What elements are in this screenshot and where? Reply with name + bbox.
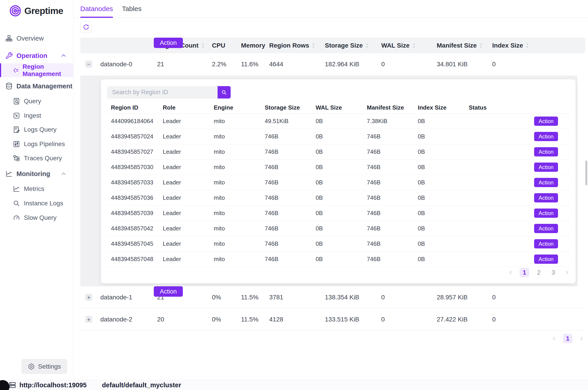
pagination-next-icon[interactable] — [563, 269, 571, 276]
region-cell-wal-size: 0B — [316, 148, 367, 155]
metrics-chart-icon — [13, 185, 20, 193]
region-action-button[interactable]: Action — [534, 193, 558, 202]
datanode-action-button[interactable]: Action — [154, 286, 183, 297]
region-table-row: 4483945857045Leadermito746B0B746B0BActio… — [107, 236, 570, 251]
sort-icon[interactable] — [412, 43, 416, 49]
region-cell-action: Action — [534, 193, 570, 202]
sidebar-item-instance-logs[interactable]: Instance Logs — [13, 198, 63, 208]
region-cell-action: Action — [534, 132, 570, 141]
header-region-rows[interactable]: Region Rows — [269, 42, 325, 49]
chevron-up-icon[interactable] — [60, 83, 67, 90]
region-action-button[interactable]: Action — [534, 147, 558, 156]
database-icon — [5, 82, 13, 90]
region-panel-card: Region ID Role Engine Storage Size WAL S… — [101, 79, 576, 283]
header-index-size[interactable]: Index Size — [492, 42, 548, 49]
tab-tables[interactable]: Tables — [122, 0, 142, 18]
chevron-up-icon[interactable] — [60, 52, 67, 59]
region-action-button[interactable]: Action — [534, 208, 558, 218]
refresh-button[interactable] — [80, 21, 92, 33]
tab-datanodes[interactable]: Datanodes — [80, 0, 113, 18]
region-cell-manifest-size: 7.38KiB — [367, 118, 418, 125]
cell-storage-size: 138.354 KiB — [325, 294, 381, 301]
expand-row-button[interactable]: + — [85, 316, 92, 323]
region-action-button[interactable]: Action — [534, 178, 558, 187]
chevron-up-icon[interactable] — [60, 170, 67, 177]
region-cell-engine: mito — [214, 133, 265, 140]
region-cell-index-size: 0B — [418, 240, 469, 247]
header-wal-size: WAL Size — [316, 104, 367, 111]
corner-floating-button[interactable] — [0, 380, 9, 390]
cluster-name[interactable]: default/default_mycluster — [102, 382, 181, 389]
monitoring-chart-icon — [5, 170, 13, 178]
pagination-prev-icon[interactable] — [550, 335, 558, 342]
sort-icon[interactable] — [525, 43, 530, 49]
header-role: Role — [163, 104, 214, 111]
region-cell-role: Leader — [163, 225, 214, 232]
sidebar-item-overview[interactable]: Overview — [5, 33, 44, 43]
expand-row-button[interactable]: + — [85, 294, 92, 301]
sidebar-item-query[interactable]: Query — [13, 96, 41, 106]
scrollbar-thumb[interactable] — [585, 160, 587, 185]
cell-memory: 11.5% — [241, 316, 269, 323]
pagination-prev-icon[interactable] — [507, 269, 515, 276]
sort-icon[interactable] — [201, 43, 205, 49]
region-action-button[interactable]: Action — [534, 254, 558, 264]
region-cell-role: Leader — [163, 179, 214, 186]
region-cell-action: Action — [534, 254, 570, 264]
region-table-row: 4483945857024Leadermito746B0B746B0BActio… — [107, 129, 570, 144]
brand-logo[interactable]: Greptime — [9, 4, 63, 17]
region-cell-manifest-size: 746B — [367, 148, 418, 155]
datanode-action-button[interactable]: Action — [154, 38, 183, 48]
cell-region-count: 20 — [157, 316, 212, 323]
cell-manifest-size: 28.957 KiB — [437, 294, 492, 301]
sidebar-group-monitoring[interactable]: Monitoring — [5, 169, 50, 179]
region-table-row: 4483945857036Leadermito746B0B746B0BActio… — [107, 190, 570, 206]
region-cell-role: Leader — [163, 256, 214, 263]
settings-button[interactable]: Settings — [21, 359, 67, 374]
expanded-region-zone: Region ID Role Engine Storage Size WAL S… — [80, 76, 577, 286]
region-action-button[interactable]: Action — [534, 162, 558, 172]
sidebar-group-operation[interactable]: Operation — [5, 51, 47, 61]
sidebar-item-traces-query[interactable]: Traces Query — [13, 153, 62, 163]
pagination-next-icon[interactable] — [577, 335, 585, 342]
cell-storage-size: 182.964 KiB — [325, 61, 381, 68]
header-manifest-size[interactable]: Manifest Size — [437, 42, 492, 49]
region-pagination: 1 2 3 — [507, 268, 571, 277]
pagination-page-1[interactable]: 1 — [520, 268, 529, 277]
sidebar-item-logs-query[interactable]: Logs Query — [13, 125, 57, 135]
region-action-button[interactable]: Action — [534, 132, 558, 141]
sidebar-item-slow-query[interactable]: Slow Query — [13, 213, 57, 223]
sidebar-item-logs-pipelines[interactable]: Logs Pipelines — [13, 139, 65, 149]
sort-icon[interactable] — [479, 43, 483, 49]
region-cell-wal-size: 0B — [316, 118, 367, 125]
region-cell-role: Leader — [163, 164, 214, 171]
sidebar-item-label: Instance Logs — [24, 200, 63, 207]
header-wal-size[interactable]: WAL Size — [381, 42, 437, 49]
cell-wal-size: 0 — [381, 316, 437, 323]
region-table-header: Region ID Role Engine Storage Size WAL S… — [107, 102, 570, 114]
region-search-input[interactable] — [107, 86, 218, 98]
collapse-row-button[interactable]: − — [85, 61, 92, 68]
header-storage-size[interactable]: Storage Size — [325, 42, 381, 49]
region-action-button[interactable]: Action — [534, 224, 558, 233]
sidebar-item-ingest[interactable]: Ingest — [13, 111, 41, 121]
tab-bar: Datanodes Tables — [74, 0, 588, 18]
region-cell-role: Leader — [163, 210, 214, 217]
cell-manifest-size: 34.801 KiB — [437, 61, 492, 68]
sidebar-item-metrics[interactable]: Metrics — [13, 184, 44, 194]
region-cell-wal-size: 0B — [316, 194, 367, 201]
sort-icon[interactable] — [311, 43, 316, 49]
pagination-page-2[interactable]: 2 — [534, 268, 543, 277]
pagination-page-3[interactable]: 3 — [548, 268, 558, 277]
region-action-button[interactable]: Action — [534, 239, 558, 248]
region-search-button[interactable] — [218, 86, 231, 98]
pagination-page-1[interactable]: 1 — [563, 334, 572, 343]
server-url[interactable]: http://localhost:19095 — [19, 382, 87, 389]
sort-icon[interactable] — [365, 43, 369, 49]
region-cell-role: Leader — [163, 133, 214, 140]
region-cell-role: Leader — [163, 240, 214, 247]
settings-label: Settings — [38, 363, 61, 370]
sidebar-item-region-management[interactable]: Region Management — [0, 63, 73, 77]
region-cell-manifest-size: 746B — [367, 210, 418, 217]
region-action-button[interactable]: Action — [534, 117, 558, 126]
